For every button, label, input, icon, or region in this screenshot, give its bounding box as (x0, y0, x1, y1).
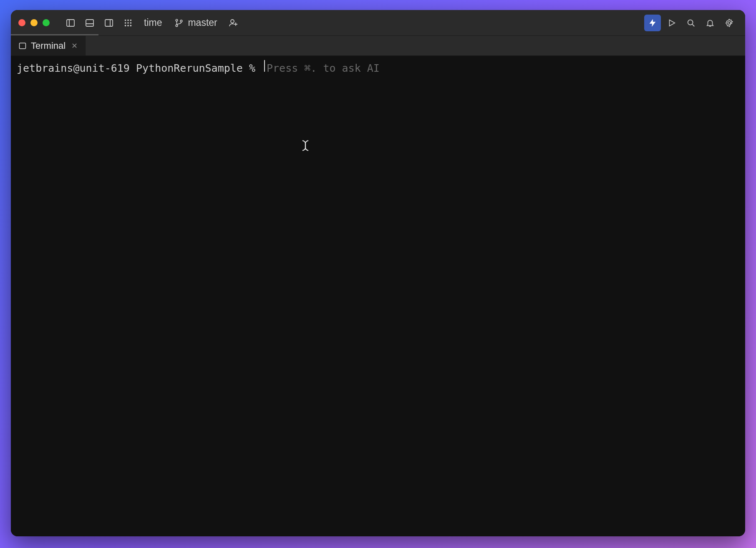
terminal-panel[interactable]: jetbrains@unit-619 PythonRerunSample % P… (11, 56, 745, 536)
tab-label: Terminal (31, 40, 66, 51)
terminal-cursor (264, 60, 265, 72)
gear-icon (725, 18, 734, 28)
svg-point-12 (125, 25, 126, 26)
apps-grid-button[interactable] (120, 15, 136, 31)
svg-rect-0 (67, 20, 74, 26)
svg-point-15 (176, 19, 178, 21)
lightning-icon (648, 18, 657, 28)
terminal-prompt-line: jetbrains@unit-619 PythonRerunSample % P… (17, 60, 739, 74)
search-icon (686, 18, 696, 28)
panel-right-toggle-button[interactable] (101, 15, 117, 31)
svg-point-7 (127, 19, 129, 21)
run-button[interactable] (663, 15, 680, 31)
panel-left-toggle-button[interactable] (62, 15, 79, 31)
add-collaborator-button[interactable] (225, 15, 242, 31)
project-name-label[interactable]: time (139, 17, 167, 28)
svg-point-17 (181, 20, 183, 22)
close-window-button[interactable] (18, 19, 25, 26)
svg-point-14 (130, 25, 132, 26)
minimize-window-button[interactable] (30, 19, 38, 26)
git-branch-icon (174, 18, 184, 28)
svg-point-10 (127, 22, 129, 24)
project-name-text: time (144, 17, 162, 28)
svg-point-6 (125, 19, 126, 21)
notifications-button[interactable] (702, 15, 718, 31)
panel-left-icon (66, 18, 76, 28)
panel-bottom-icon (85, 18, 95, 28)
bell-icon (706, 18, 715, 28)
panel-right-icon (104, 18, 114, 28)
svg-point-24 (728, 21, 731, 24)
search-button[interactable] (683, 15, 699, 31)
settings-button[interactable] (721, 15, 738, 31)
editor-tabbar: Terminal ✕ (11, 36, 745, 56)
ide-window: time master (11, 10, 745, 536)
svg-rect-2 (86, 20, 93, 26)
svg-rect-25 (20, 43, 26, 48)
toolbar-right (644, 15, 738, 31)
tab-close-button[interactable]: ✕ (71, 41, 78, 50)
svg-point-16 (176, 25, 178, 27)
maximize-window-button[interactable] (43, 19, 50, 26)
git-branch-selector[interactable]: master (169, 17, 222, 28)
svg-rect-4 (105, 20, 113, 26)
svg-line-23 (692, 24, 694, 26)
svg-point-22 (688, 20, 693, 25)
text-caret-pointer-icon (301, 139, 310, 152)
grid-icon (123, 18, 133, 28)
terminal-prompt: jetbrains@unit-619 PythonRerunSample % (17, 62, 262, 74)
svg-point-9 (125, 22, 126, 24)
svg-point-13 (127, 25, 129, 26)
git-branch-text: master (188, 17, 217, 28)
terminal-icon (18, 42, 27, 50)
svg-point-11 (130, 22, 132, 24)
svg-point-8 (130, 19, 132, 21)
ai-assistant-button[interactable] (644, 15, 661, 31)
titlebar: time master (11, 10, 745, 36)
toolbar-left: time master (62, 15, 242, 31)
svg-point-18 (231, 20, 234, 23)
active-tool-window-indicator (11, 34, 98, 35)
window-controls (18, 19, 50, 26)
play-icon (667, 18, 676, 28)
terminal-ai-hint: Press ⌘. to ask AI (267, 62, 380, 74)
panel-bottom-toggle-button[interactable] (81, 15, 98, 31)
svg-marker-21 (670, 20, 675, 26)
person-plus-icon (228, 18, 238, 28)
tab-terminal[interactable]: Terminal ✕ (11, 36, 86, 55)
